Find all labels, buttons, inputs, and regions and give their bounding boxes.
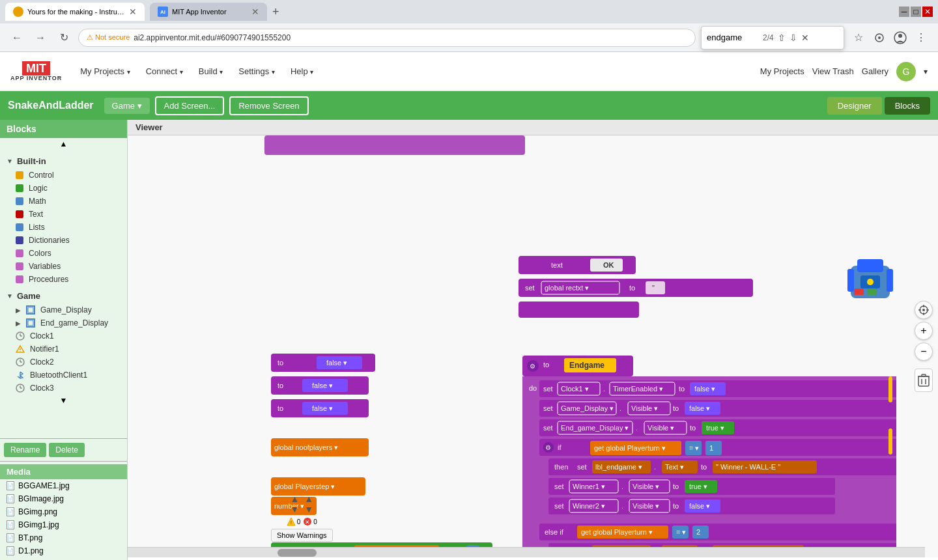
up-arrow-icon[interactable]: ▲ <box>290 494 299 504</box>
notifier1-label: Notifier1 <box>30 344 59 354</box>
bookmark-icon[interactable]: ☆ <box>849 29 868 47</box>
colors-label: Colors <box>29 249 51 258</box>
media-item-bggame1[interactable]: 📄 BGGAME1.jpg <box>0 479 127 492</box>
svg-text:Endgame: Endgame <box>569 361 604 370</box>
sidebar-item-clock1[interactable]: Clock1 <box>0 329 127 343</box>
menu-my-projects[interactable]: My Projects ▾ <box>72 63 138 80</box>
sidebar-item-procedures[interactable]: Procedures <box>0 273 127 286</box>
browser-tab-2[interactable]: AI MIT App Inventor ✕ <box>150 3 267 21</box>
scroll-indicator-2: ▲ ▼ <box>304 494 313 514</box>
sidebar-item-control[interactable]: Control <box>0 169 127 182</box>
search-close-button[interactable]: ✕ <box>801 33 809 43</box>
svg-text:AI: AI <box>160 9 165 15</box>
zoom-in-button[interactable]: + <box>915 322 933 340</box>
blocks-svg: text OK set global rectxt ▾ to " <box>128 135 896 557</box>
new-tab-button[interactable]: + <box>272 5 279 19</box>
restore-btn[interactable]: □ <box>911 7 921 17</box>
menu-connect[interactable]: Connect ▾ <box>138 63 191 80</box>
center-view-button[interactable] <box>915 301 933 319</box>
user-menu-arrow[interactable]: ▾ <box>924 67 928 76</box>
sidebar-item-clock3[interactable]: Clock3 <box>0 382 127 395</box>
tab2-close[interactable]: ✕ <box>251 7 259 17</box>
tab1-close[interactable]: ✕ <box>129 7 137 17</box>
game-display-icon <box>26 305 35 315</box>
media-item-bgimg1[interactable]: 📄 BGimg1.jpg <box>0 518 127 531</box>
svg-text:to: to <box>679 385 685 393</box>
address-bar[interactable]: ⚠ Not secure ai2.appinventor.mit.edu/#60… <box>78 29 696 47</box>
sidebar-item-colors[interactable]: Colors <box>0 247 127 260</box>
builtin-header[interactable]: ▼ Built-in <box>0 154 127 169</box>
sidebar-item-dictionaries[interactable]: Dictionaries <box>0 234 127 247</box>
show-warnings-button[interactable]: Show Warnings <box>271 529 333 542</box>
h-scrollbar-thumb[interactable] <box>277 549 317 557</box>
game-display-expand[interactable]: ▶ <box>16 307 21 314</box>
sidebar-item-text[interactable]: Text <box>0 208 127 221</box>
search-prev-button[interactable]: ⇧ <box>778 33 786 43</box>
sidebar-item-bluetooth[interactable]: BluetoothClient1 <box>0 369 127 382</box>
svg-rect-189 <box>887 269 893 292</box>
down-arrow2-icon[interactable]: ▼ <box>304 504 313 514</box>
main-layout: Blocks ▲ ▼ Built-in Control Logic <box>0 120 938 560</box>
media-item-bt[interactable]: 📄 BT.png <box>0 531 127 544</box>
add-screen-button[interactable]: Add Screen... <box>155 96 225 115</box>
sidebar-item-end-game-display[interactable]: ▶ End_game_Display <box>0 316 127 329</box>
blocks-button[interactable]: Blocks <box>885 97 930 115</box>
down-arrow-icon[interactable]: ▼ <box>290 504 299 514</box>
clock1-icon <box>16 331 25 341</box>
browser-top-bar: Yours for the making - Instructa... ✕ AI… <box>0 0 938 23</box>
end-game-display-expand[interactable]: ▶ <box>16 320 21 327</box>
horizontal-scrollbar[interactable] <box>128 547 925 557</box>
reload-button[interactable]: ↻ <box>55 29 73 47</box>
view-trash-link[interactable]: View Trash <box>812 66 854 76</box>
game-section-header[interactable]: ▼ Game <box>0 288 127 303</box>
search-next-button[interactable]: ⇩ <box>789 33 797 43</box>
close-btn[interactable]: ✕ <box>922 7 933 17</box>
up-arrow2-icon[interactable]: ▲ <box>304 494 313 504</box>
my-projects-link[interactable]: My Projects <box>760 66 804 76</box>
sidebar-item-logic[interactable]: Logic <box>0 182 127 195</box>
svg-text:to: to <box>277 359 283 367</box>
media-item-bgimg-png[interactable]: 📄 BGimg.png <box>0 505 127 518</box>
sidebar-item-variables[interactable]: Variables <box>0 260 127 273</box>
minimize-btn[interactable]: ─ <box>899 7 909 17</box>
sidebar-item-game-display[interactable]: ▶ Game_Display <box>0 303 127 316</box>
svg-text:then: then <box>554 463 568 471</box>
svg-text:Visible ▾: Visible ▾ <box>632 502 659 510</box>
sidebar-item-lists[interactable]: Lists <box>0 221 127 234</box>
trash-button[interactable] <box>915 369 933 392</box>
svg-text:to: to <box>629 284 635 292</box>
svg-text:End_game_Display ▾: End_game_Display ▾ <box>561 424 629 432</box>
extensions-icon[interactable] <box>870 29 888 47</box>
app-bar-right: My Projects View Trash Gallery G ▾ <box>760 62 928 81</box>
menu-build[interactable]: Build ▾ <box>191 63 231 80</box>
delete-button[interactable]: Delete <box>49 443 85 457</box>
media-item-bgimage[interactable]: 📄 BGImage.jpg <box>0 492 127 505</box>
sidebar-item-clock2[interactable]: Clock2 <box>0 356 127 369</box>
user-avatar[interactable]: G <box>896 62 916 81</box>
browser-tab-1[interactable]: Yours for the making - Instructa... ✕ <box>5 3 145 21</box>
media-item-d1[interactable]: 📄 D1.png <box>0 544 127 557</box>
blocks-canvas[interactable]: text OK set global rectxt ▾ to " <box>128 135 925 557</box>
game-screen-dropdown[interactable]: Game ▾ <box>104 98 150 114</box>
zoom-out-button[interactable]: − <box>915 343 933 361</box>
file-icon-bt: 📄 <box>7 533 14 542</box>
sidebar-item-math[interactable]: Math <box>0 195 127 208</box>
scroll-down-arrow[interactable]: ▼ <box>0 395 127 406</box>
dictionaries-color-dot <box>16 236 23 244</box>
search-input[interactable] <box>707 33 759 42</box>
forward-button[interactable]: → <box>31 29 50 47</box>
view-toggle: Designer Blocks <box>827 97 930 115</box>
menu-icon[interactable]: ⋮ <box>912 29 930 47</box>
menu-help[interactable]: Help ▾ <box>283 63 321 80</box>
sidebar-item-notifier1[interactable]: Notifier1 <box>0 343 127 356</box>
designer-button[interactable]: Designer <box>827 97 882 115</box>
viewer-content[interactable]: text OK set global rectxt ▾ to " <box>128 135 938 557</box>
scroll-up-arrow[interactable]: ▲ <box>0 138 127 150</box>
gallery-link[interactable]: Gallery <box>862 66 888 76</box>
menu-settings[interactable]: Settings ▾ <box>231 63 283 80</box>
back-button[interactable]: ← <box>8 29 26 47</box>
svg-text:.: . <box>654 463 656 471</box>
rename-button[interactable]: Rename <box>4 443 46 457</box>
user-profile-icon[interactable] <box>891 29 909 47</box>
remove-screen-button[interactable]: Remove Screen <box>229 96 308 115</box>
